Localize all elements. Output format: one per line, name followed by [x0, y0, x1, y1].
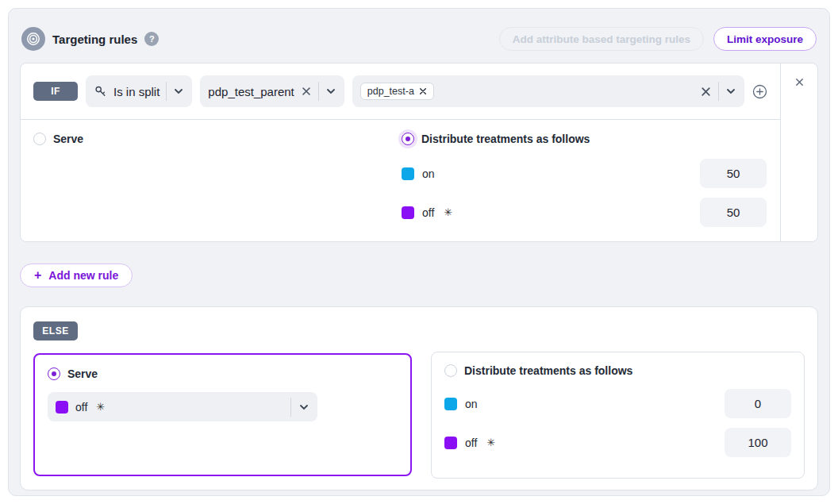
page-title: Targeting rules [52, 33, 137, 46]
treatment-percent-input[interactable] [700, 159, 767, 188]
else-serve-radio[interactable] [48, 367, 60, 380]
chevron-down-icon[interactable] [725, 86, 736, 97]
treatment-chip: pdp_test-a [360, 83, 434, 100]
clear-split-icon[interactable] [301, 86, 312, 97]
treatment-row: on [444, 389, 791, 418]
add-new-rule-label: Add new rule [48, 269, 118, 282]
default-treatment-icon: ✳ [486, 437, 495, 448]
chevron-down-icon[interactable] [325, 86, 336, 97]
panel-header: Targeting rules ? Add attribute based ta… [20, 20, 818, 55]
targeting-icon [21, 27, 45, 51]
selected-treatment-name: off [75, 401, 87, 414]
if-badge: IF [33, 82, 78, 101]
distribute-radio[interactable] [402, 133, 414, 145]
matcher-label: Is in split [113, 85, 160, 98]
split-select[interactable]: pdp_test_parent [200, 75, 344, 107]
treatment-name: on [465, 398, 478, 410]
treatment-color-swatch [402, 206, 414, 219]
else-treatment-select[interactable]: off ✳ [48, 392, 317, 421]
matcher-select[interactable]: Is in split [86, 75, 192, 107]
add-new-rule-button[interactable]: + Add new rule [20, 264, 133, 287]
else-serve-option[interactable]: Serve [48, 367, 398, 380]
distribute-option[interactable]: Distribute treatments as follows [402, 133, 767, 145]
add-attribute-rules-button[interactable]: Add attribute based targeting rules [499, 27, 704, 51]
if-rule-card: IF Is in split pdp_test_par [20, 63, 818, 242]
delete-rule-icon[interactable] [794, 76, 805, 87]
else-serve-card[interactable]: Serve off ✳ [33, 353, 412, 476]
condition-row: IF Is in split pdp_test_par [21, 63, 780, 120]
targeting-rules-panel: Targeting rules ? Add attribute based ta… [8, 8, 830, 496]
serve-radio[interactable] [33, 133, 46, 145]
else-distribute-card[interactable]: Distribute treatments as follows on off … [431, 352, 805, 479]
treatment-color-swatch [402, 167, 414, 180]
else-distribute-option[interactable]: Distribute treatments as follows [444, 364, 791, 377]
add-condition-icon[interactable] [752, 84, 767, 99]
treatment-percent-input[interactable] [725, 428, 791, 457]
limit-exposure-button[interactable]: Limit exposure [713, 27, 817, 51]
plus-icon: + [34, 269, 41, 282]
treatment-chip-label: pdp_test-a [367, 86, 414, 97]
else-distribute-label: Distribute treatments as follows [464, 364, 632, 377]
treatment-color-swatch [444, 398, 457, 410]
treatment-row: on [402, 159, 767, 188]
treatment-percent-input[interactable] [725, 389, 791, 418]
default-treatment-icon: ✳ [96, 401, 105, 413]
treatment-color-swatch [444, 437, 457, 449]
default-treatment-icon: ✳ [444, 206, 452, 218]
treatment-multiselect[interactable]: pdp_test-a [352, 75, 744, 107]
distribute-label: Distribute treatments as follows [421, 133, 590, 145]
chevron-down-icon[interactable] [298, 402, 309, 413]
treatment-percent-input[interactable] [700, 198, 767, 227]
else-serve-label: Serve [67, 367, 98, 380]
split-select-value: pdp_test_parent [208, 85, 294, 98]
treatment-row: off ✳ [402, 198, 767, 227]
else-badge: ELSE [33, 321, 78, 340]
treatment-name: off [465, 437, 477, 449]
serve-option[interactable]: Serve [33, 133, 402, 145]
remove-chip-icon[interactable] [419, 87, 427, 95]
treatment-name: off [422, 206, 434, 219]
help-icon[interactable]: ? [144, 32, 159, 46]
chevron-down-icon[interactable] [173, 86, 184, 97]
treatment-name: on [422, 167, 435, 180]
treatment-color-swatch [56, 401, 68, 414]
key-icon [94, 85, 107, 98]
treatment-row: off ✳ [444, 428, 791, 457]
else-distribute-radio[interactable] [444, 364, 457, 377]
else-rule-card: ELSE Serve off ✳ [20, 306, 818, 491]
serve-label: Serve [53, 133, 83, 145]
clear-all-icon[interactable] [700, 86, 712, 98]
serve-distribute-row: Serve Distribute treatments as follows o… [21, 120, 780, 241]
